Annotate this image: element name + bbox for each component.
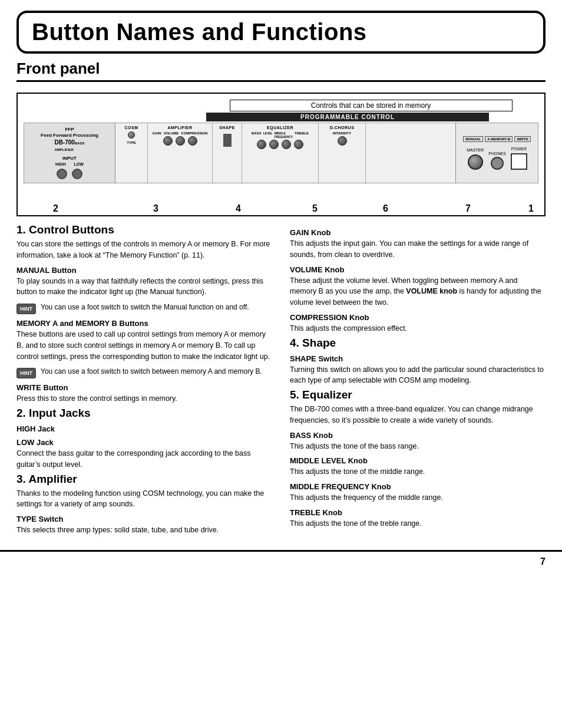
cosm-section: COSM TYPE — [115, 123, 148, 183]
amp-right-panel: MANUAL A-MEMORY-B WRITE MASTER PHONES PO… — [455, 123, 538, 183]
page-number: 7 — [540, 556, 546, 567]
section-amplifier: 3. Amplifier Thanks to the modeling func… — [16, 473, 272, 536]
write-text: Press this to store the control settings… — [16, 393, 272, 404]
equalizer-section: EQUALIZER BASSLEVELMIDDLEFREQUENCYTREBLE — [242, 123, 319, 183]
gain-title: GAIN Knob — [290, 228, 546, 237]
s4-title: 4. Shape — [290, 337, 546, 350]
compression-title: COMPRESSION Knob — [290, 313, 546, 322]
low-jack — [72, 169, 82, 179]
diag-num-2: 2 — [53, 203, 58, 214]
left-column: 1. Control Buttons You can store the set… — [16, 223, 272, 538]
amp-diagram: FFPFeed Forward Processing DB-700BASSAMP… — [24, 123, 538, 183]
hint1-box: HINT You can use a foot switch to switch… — [16, 302, 272, 314]
s1-title: 1. Control Buttons — [16, 223, 272, 236]
s1-intro: You can store the settings of the contro… — [16, 239, 272, 261]
master-knob — [468, 154, 483, 170]
type-text: This selects three amp types: solid stat… — [16, 525, 272, 536]
volume-title: VOLUME Knob — [290, 265, 546, 274]
amplifier-section: AMPLIFIER GAINVOLUMECOMPRESSION — [148, 123, 213, 183]
compression-text: This adjusts the compression effect. — [290, 323, 546, 334]
hint1-text: You can use a foot switch to switch the … — [41, 302, 249, 312]
power-button-diagram — [511, 153, 527, 170]
bass-text: This adjusts the tone of the bass range. — [290, 441, 546, 452]
volume-text: These adjust the volume level. When togg… — [290, 275, 546, 308]
controls-label: Controls that can be stored in memory — [230, 100, 513, 111]
amp-left-panel: FFPFeed Forward Processing DB-700BASSAMP… — [24, 123, 115, 183]
s5-title: 5. Equalizer — [290, 388, 546, 401]
amplifier-knobs: GAIN Knob This adjusts the input gain. Y… — [290, 228, 546, 334]
hint1-badge: HINT — [16, 304, 36, 314]
middle-freq-title: MIDDLE FREQUENCY Knob — [290, 482, 546, 491]
section-shape: 4. Shape SHAPE Switch Turning this switc… — [290, 337, 546, 387]
front-panel-diagram: Controls that can be stored in memory PR… — [16, 93, 546, 216]
write-title: WRITE Button — [16, 383, 272, 392]
hint2-text: You can use a foot switch to switch betw… — [41, 367, 262, 377]
memory-text: These buttons are used to call up contro… — [16, 329, 272, 362]
section-control-buttons: 1. Control Buttons You can store the set… — [16, 223, 272, 404]
shape-title: SHAPE Switch — [290, 354, 546, 363]
manual-text: To play sounds in a way that faithfully … — [16, 276, 272, 298]
s2-title: 2. Input Jacks — [16, 407, 272, 420]
diagram-numbers: 2 3 4 5 6 7 1 — [24, 185, 538, 201]
bass-title: BASS Knob — [290, 431, 546, 440]
d-chorus-section: D-CHORUS INTENSITY — [319, 123, 366, 183]
s3-title: 3. Amplifier — [16, 473, 272, 486]
amp-sections: COSM TYPE AMPLIFIER GAINVOLUMECOMPRESSIO… — [115, 123, 455, 183]
right-column: GAIN Knob This adjusts the input gain. Y… — [290, 223, 546, 538]
diag-num-6: 6 — [383, 203, 388, 214]
diag-num-1: 1 — [528, 203, 534, 214]
shape-section: SHAPE — [213, 123, 242, 183]
high-jack — [57, 169, 67, 179]
front-panel-heading: Front panel — [16, 60, 546, 82]
diag-num-3: 3 — [153, 203, 158, 214]
hint2-badge: HINT — [16, 368, 36, 378]
page-title: Button Names and Functions — [32, 19, 530, 45]
middle-level-text: This adjusts the tone of the middle rang… — [290, 466, 546, 477]
middle-freq-text: This adjusts the frequency of the middle… — [290, 492, 546, 503]
s2-text: Connect the bass guitar to the correspon… — [16, 448, 272, 470]
diag-num-7: 7 — [465, 203, 471, 214]
section-input-jacks: 2. Input Jacks HIGH Jack LOW Jack Connec… — [16, 407, 272, 470]
hint2-box: HINT You can use a foot switch to switch… — [16, 367, 272, 378]
page-title-block: Button Names and Functions — [16, 11, 546, 54]
shape-text: Turning this switch on allows you to add… — [290, 364, 546, 387]
middle-level-title: MIDDLE LEVEL Knob — [290, 456, 546, 465]
section-equalizer: 5. Equalizer The DB-700 comes with a thr… — [290, 388, 546, 529]
high-jack-title: HIGH Jack — [16, 424, 272, 433]
treble-title: TREBLE Knob — [290, 508, 546, 517]
treble-text: This adjusts the tone of the treble rang… — [290, 518, 546, 529]
prog-control-bar: PROGRAMMABLE CONTROL — [206, 113, 489, 121]
content-area: 1. Control Buttons You can store the set… — [16, 223, 546, 538]
low-jack-title: LOW Jack — [16, 438, 272, 447]
s3-intro: Thanks to the modeling function using CO… — [16, 488, 272, 510]
diag-num-5: 5 — [312, 203, 318, 214]
manual-title: MANUAL Button — [16, 266, 272, 275]
bottom-bar: 7 — [0, 550, 562, 567]
type-title: TYPE Switch — [16, 515, 272, 523]
gain-text: This adjusts the input gain. You can mak… — [290, 238, 546, 261]
diag-num-4: 4 — [236, 203, 241, 214]
s5-intro: The DB-700 comes with a three-band equal… — [290, 404, 546, 426]
memory-title: MEMORY A and MEMORY B Buttons — [16, 319, 272, 328]
